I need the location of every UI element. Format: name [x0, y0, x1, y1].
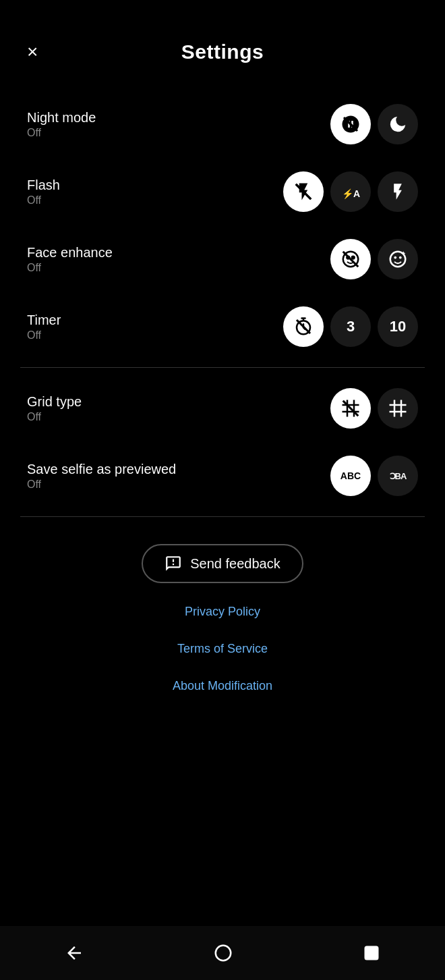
save-selfie-off-option[interactable]: ABC: [330, 456, 371, 496]
save-selfie-on-option[interactable]: ƆBA: [378, 456, 418, 496]
grid-on-option[interactable]: [378, 388, 418, 429]
flash-setting: Flash Off ⚡A: [0, 158, 445, 225]
grid-type-name: Grid type: [27, 394, 82, 410]
page-title: Settings: [181, 40, 264, 63]
timer-10-option[interactable]: 10: [378, 306, 418, 347]
divider-2: [20, 516, 425, 517]
send-feedback-label: Send feedback: [190, 556, 280, 572]
save-selfie-setting: Save selfie as previewed Off ABC ƆBA: [0, 442, 445, 510]
flash-auto-option[interactable]: ⚡A: [330, 171, 371, 212]
grid-type-label: Grid type Off: [27, 394, 82, 423]
night-mode-value: Off: [27, 127, 96, 139]
night-mode-options: [330, 104, 418, 144]
header: × Settings: [0, 0, 445, 84]
timer-10-label: 10: [390, 318, 406, 335]
flash-on-option[interactable]: [378, 171, 418, 212]
face-enhance-on-option[interactable]: ✦: [378, 239, 418, 279]
recents-button[interactable]: [362, 944, 381, 962]
night-mode-off-option[interactable]: [330, 104, 371, 144]
night-mode-name: Night mode: [27, 110, 96, 126]
night-mode-setting: Night mode Off: [0, 90, 445, 158]
timer-options: 3 10: [283, 306, 418, 347]
timer-value: Off: [27, 329, 61, 342]
svg-line-17: [343, 401, 359, 416]
flash-off-option[interactable]: [283, 171, 324, 212]
privacy-policy-link[interactable]: Privacy Policy: [185, 597, 260, 627]
grid-type-setting: Grid type Off: [0, 375, 445, 442]
grid-type-options: [330, 388, 418, 429]
back-icon: [64, 943, 84, 963]
settings-list: Night mode Off: [0, 84, 445, 530]
abc-normal-label: ABC: [340, 470, 361, 481]
home-icon: [213, 943, 233, 963]
timer-setting: Timer Off 3: [0, 293, 445, 360]
svg-point-8: [394, 256, 396, 259]
about-modification-link[interactable]: About Modification: [173, 671, 272, 701]
terms-of-service-link[interactable]: Terms of Service: [177, 634, 268, 664]
grid-off-option[interactable]: [330, 388, 371, 429]
close-button[interactable]: ×: [27, 41, 38, 63]
svg-point-5: [352, 256, 355, 259]
svg-text:⚡A: ⚡A: [342, 188, 360, 200]
svg-text:✦: ✦: [400, 250, 406, 257]
abc-mirror-label: ƆBA: [390, 471, 407, 481]
timer-3-label: 3: [347, 318, 355, 335]
feedback-icon: [165, 555, 182, 572]
divider-1: [20, 367, 425, 368]
save-selfie-label: Save selfie as previewed Off: [27, 462, 176, 491]
face-enhance-setting: Face enhance Off: [0, 225, 445, 293]
main-content: × Settings Night mode Off: [0, 0, 445, 980]
save-selfie-value: Off: [27, 479, 176, 491]
bottom-nav: [0, 926, 445, 980]
save-selfie-options: ABC ƆBA: [330, 456, 418, 496]
save-selfie-name: Save selfie as previewed: [27, 462, 176, 477]
timer-label: Timer Off: [27, 312, 61, 342]
footer: Send feedback Privacy Policy Terms of Se…: [0, 530, 445, 715]
timer-name: Timer: [27, 312, 61, 328]
face-enhance-value: Off: [27, 262, 113, 274]
flash-options: ⚡A: [283, 171, 418, 212]
timer-off-option[interactable]: [283, 306, 324, 347]
night-mode-on-option[interactable]: [378, 104, 418, 144]
send-feedback-button[interactable]: Send feedback: [142, 544, 303, 583]
face-enhance-label: Face enhance Off: [27, 245, 113, 274]
back-button[interactable]: [64, 943, 84, 963]
face-enhance-off-option[interactable]: [330, 239, 371, 279]
timer-3-option[interactable]: 3: [330, 306, 371, 347]
flash-name: Flash: [27, 178, 60, 193]
face-enhance-options: ✦: [330, 239, 418, 279]
grid-type-value: Off: [27, 411, 82, 423]
recents-icon: [362, 944, 381, 962]
svg-point-22: [216, 946, 231, 961]
night-mode-label: Night mode Off: [27, 110, 96, 139]
face-enhance-name: Face enhance: [27, 245, 113, 261]
flash-value: Off: [27, 194, 60, 207]
flash-label: Flash Off: [27, 178, 60, 207]
home-button[interactable]: [213, 943, 233, 963]
svg-rect-23: [365, 947, 378, 960]
